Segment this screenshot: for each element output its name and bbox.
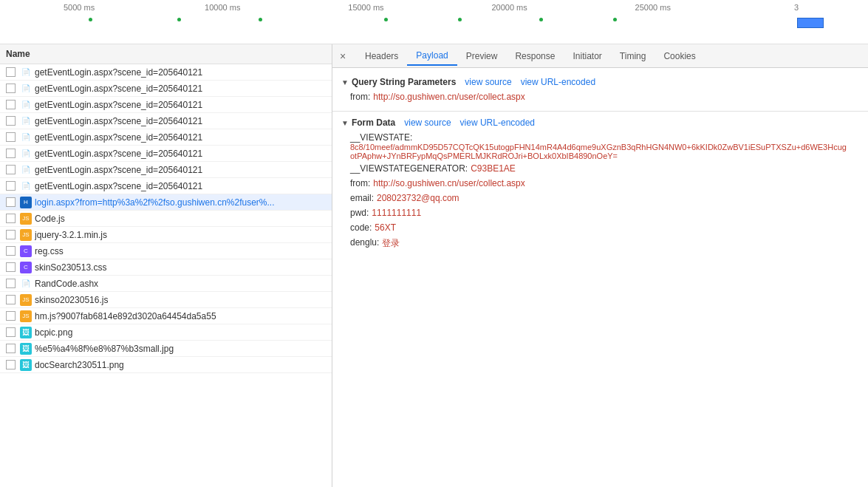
tab-preview[interactable]: Preview	[457, 47, 507, 65]
timeline-dot	[458, 18, 462, 21]
form-view-url-encoded-link[interactable]: view URL-encoded	[460, 118, 535, 128]
file-checkbox[interactable]	[6, 197, 16, 207]
form-param-code: code: 56XT	[332, 221, 868, 236]
file-name-label: Code.js	[35, 214, 65, 224]
name-list-item[interactable]: 🖼%e5%a4%8f%e8%87%b3small.jpg	[0, 341, 332, 357]
form-param-from: from: http://so.gushiwen.cn/user/collect…	[332, 177, 868, 191]
param-value-denglu: 登录	[382, 237, 400, 250]
timeline-label-15000: 15000 ms	[294, 3, 437, 12]
name-panel-header: Name	[0, 44, 332, 64]
name-list-item[interactable]: JSCode.js	[0, 211, 332, 227]
name-list-item[interactable]: 📄getEventLogin.aspx?scene_id=205640121	[0, 162, 332, 178]
file-checkbox[interactable]	[6, 246, 16, 256]
file-name-label: getEventLogin.aspx?scene_id=205640121	[35, 84, 202, 94]
file-checkbox[interactable]	[6, 132, 16, 142]
file-checkbox[interactable]	[6, 165, 16, 174]
file-name-label: bcpic.png	[35, 327, 72, 338]
timeline-label-10000: 10000 ms	[151, 3, 294, 12]
timeline-dot	[259, 18, 262, 21]
param-key-from2: from:	[350, 178, 370, 190]
file-name-label: %e5%a4%8f%e8%87%b3small.jpg	[35, 344, 174, 354]
file-checkbox[interactable]	[6, 116, 16, 126]
file-checkbox[interactable]	[6, 295, 16, 304]
name-list-item[interactable]: CskinSo230513.css	[0, 259, 332, 276]
main-container: Name 📄getEventLogin.aspx?scene_id=205640…	[0, 44, 868, 487]
file-checkbox[interactable]	[6, 311, 16, 321]
file-type-icon: 📄	[20, 148, 32, 160]
file-name-label: skinSo230513.css	[35, 262, 106, 273]
name-list-item[interactable]: 📄getEventLogin.aspx?scene_id=205640121	[0, 81, 332, 97]
tab-initiator[interactable]: Initiator	[564, 47, 610, 65]
param-key-from: from:	[350, 92, 370, 103]
close-button[interactable]: ×	[335, 49, 350, 64]
name-list-item[interactable]: 🖼docSearch230511.png	[0, 357, 332, 373]
form-view-source-link[interactable]: view source	[404, 118, 451, 128]
tab-response[interactable]: Response	[506, 47, 564, 65]
name-list-item[interactable]: JShm.js?9007fab6814e892d3020a64454da5a55	[0, 308, 332, 324]
form-param-denglu: denglu: 登录	[332, 236, 868, 251]
file-checkbox[interactable]	[6, 344, 16, 353]
file-checkbox[interactable]	[6, 327, 16, 337]
name-list-item[interactable]: Creg.css	[0, 243, 332, 259]
file-type-icon: 📄	[20, 99, 32, 111]
file-checkbox[interactable]	[6, 230, 16, 239]
file-type-icon: 📄	[20, 180, 32, 192]
section-divider	[332, 111, 868, 112]
form-param-viewstategenerator: __VIEWSTATEGENERATOR: C93BE1AE	[332, 162, 868, 177]
name-list-item[interactable]: 📄getEventLogin.aspx?scene_id=205640121	[0, 146, 332, 162]
timeline-dot	[539, 18, 543, 21]
query-view-source-link[interactable]: view source	[465, 77, 511, 87]
name-list-item[interactable]: 📄getEventLogin.aspx?scene_id=205640121	[0, 129, 332, 146]
param-value-pwd: 1111111111	[372, 208, 421, 219]
file-checkbox[interactable]	[6, 279, 16, 288]
file-checkbox[interactable]	[6, 360, 16, 369]
tab-headers[interactable]: Headers	[356, 47, 407, 65]
file-type-icon: 📄	[20, 132, 32, 143]
file-checkbox[interactable]	[6, 262, 16, 272]
file-name-label: getEventLogin.aspx?scene_id=205640121	[35, 149, 202, 159]
name-list-item[interactable]: 📄getEventLogin.aspx?scene_id=205640121	[0, 178, 332, 194]
file-checkbox[interactable]	[6, 214, 16, 223]
form-param-viewstate: __VIEWSTATE: 8c8/10meef/admmKD95D57CQTcQ…	[332, 131, 868, 162]
name-list-item[interactable]: 📄getEventLogin.aspx?scene_id=205640121	[0, 97, 332, 113]
file-checkbox[interactable]	[6, 181, 16, 191]
file-type-icon: 📄	[20, 67, 32, 78]
triangle-icon-2: ▼	[341, 119, 349, 127]
tab-timing[interactable]: Timing	[611, 47, 655, 65]
name-list-item[interactable]: 🖼bcpic.png	[0, 324, 332, 341]
query-view-url-encoded-link[interactable]: view URL-encoded	[521, 77, 595, 87]
name-list-item[interactable]: 📄RandCode.ashx	[0, 276, 332, 292]
file-name-label: getEventLogin.aspx?scene_id=205640121	[35, 100, 202, 110]
file-checkbox[interactable]	[6, 67, 16, 77]
file-type-icon: 🖼	[20, 359, 32, 371]
name-list-item[interactable]: Hlogin.aspx?from=http%3a%2f%2fso.gushiwe…	[0, 194, 332, 211]
file-type-icon: 📄	[20, 278, 32, 290]
timeline-dot	[384, 18, 388, 21]
form-data-title: ▼ Form Data	[341, 118, 395, 128]
timeline-label-5000: 5000 ms	[7, 3, 151, 12]
name-list-item[interactable]: JSskinso20230516.js	[0, 292, 332, 308]
file-name-label: RandCode.ashx	[35, 279, 98, 289]
timeline-label-25000: 25000 ms	[581, 3, 725, 12]
form-data-header: ▼ Form Data view source view URL-encoded	[332, 115, 868, 131]
file-type-icon: 📄	[20, 115, 32, 127]
file-checkbox[interactable]	[6, 149, 16, 158]
name-list-item[interactable]: 📄getEventLogin.aspx?scene_id=205640121	[0, 64, 332, 81]
file-name-label: reg.css	[35, 246, 64, 256]
file-type-icon: 📄	[20, 164, 32, 176]
tab-payload[interactable]: Payload	[407, 47, 457, 66]
name-list-item[interactable]: JSjquery-3.2.1.min.js	[0, 227, 332, 243]
file-name-label: getEventLogin.aspx?scene_id=205640121	[35, 165, 202, 175]
timeline-labels: 5000 ms 10000 ms 15000 ms 20000 ms 25000…	[0, 0, 868, 12]
file-checkbox[interactable]	[6, 100, 16, 109]
param-value-email: 208023732@qq.com	[377, 193, 459, 205]
file-type-icon: JS	[20, 229, 32, 241]
timeline-label-20000: 20000 ms	[438, 3, 581, 12]
tab-cookies[interactable]: Cookies	[655, 47, 704, 65]
timeline: 5000 ms 10000 ms 15000 ms 20000 ms 25000…	[0, 0, 868, 44]
timeline-highlight-bar	[797, 18, 824, 28]
file-checkbox[interactable]	[6, 84, 16, 93]
name-list-item[interactable]: 📄getEventLogin.aspx?scene_id=205640121	[0, 113, 332, 129]
timeline-dot	[613, 18, 617, 21]
file-name-label: skinso20230516.js	[35, 295, 108, 305]
